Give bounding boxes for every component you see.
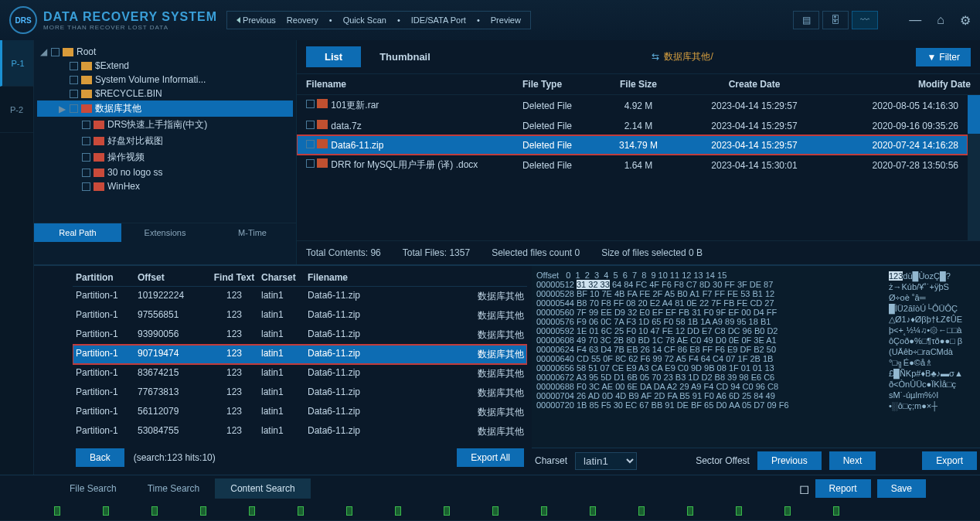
breadcrumb: 数据库其他/	[664, 51, 713, 62]
search-row[interactable]: Partition-190719474123latin1Data6-11.zip…	[73, 345, 527, 364]
toolbar-wave-icon[interactable]: 〰	[852, 11, 878, 29]
search-row[interactable]: Partition-156112079123latin1Data6-11.zip…	[73, 403, 527, 422]
inbox-icon[interactable]: ◻	[799, 482, 809, 496]
search-row[interactable]: Partition-177673813123latin1Data6-11.zip…	[73, 383, 527, 403]
search-row[interactable]: Partition-1101922224123latin1Data6-11.zi…	[73, 287, 527, 306]
scol-offset[interactable]: Offset	[138, 272, 207, 283]
col-filesize[interactable]: File Size	[600, 79, 677, 90]
breadcrumb-icon: ⇆	[652, 51, 659, 62]
view-list-tab[interactable]: List	[306, 46, 361, 67]
view-thumb-tab[interactable]: Thumbnail	[361, 46, 449, 67]
hex-ascii-row: ð<ÒnÛÜc●ÏKÌå□ç	[889, 379, 974, 390]
tree-item[interactable]: $RECYCLE.BIN	[37, 87, 293, 100]
indicator-bar	[0, 502, 980, 520]
stat-total-contents: Total Contents: 96	[306, 247, 381, 258]
tree-item[interactable]: DRS快速上手指南(中文)	[37, 117, 293, 133]
hex-ascii-row: █ÌÜ2āîòÚ└ÔŪÔÇ	[889, 303, 974, 314]
hex-ascii-row: sM˙-úµlm%◊I	[889, 390, 974, 400]
stat-total-files: Total Files: 1357	[403, 247, 470, 258]
tree-item[interactable]: WinHex	[37, 179, 293, 193]
app-logo: DRS DATA RECOVERY SYSTEM MORE THAN RECOV…	[9, 6, 217, 34]
search-row[interactable]: Partition-193990056123latin1Data6-11.zip…	[73, 325, 527, 345]
file-row[interactable]: DRR for MySQL用户手册 (译) .docxDeleted File1…	[297, 155, 968, 172]
hex-ascii-row: 123dü█ÙozÇ█?	[889, 271, 974, 281]
search-row[interactable]: Partition-197556851123latin1Data6-11.zip…	[73, 306, 527, 325]
hex-ascii-row: △Ø1♪♦Øβþ†ŁZ¢ÛE	[889, 314, 974, 325]
scol-charset[interactable]: Charset	[261, 272, 308, 283]
file-row[interactable]: Data6-11.zipDeleted File314.79 M2023-04-…	[297, 135, 968, 155]
hex-export-button[interactable]: Export	[922, 451, 977, 470]
back-button[interactable]: Back	[76, 448, 124, 467]
hex-ascii-row: þ<+˛½¼♫•۞←□□à	[889, 325, 974, 335]
hex-ascii-row: Ø÷oè ˚â═	[889, 292, 974, 303]
nav-previous[interactable]: Previous	[232, 14, 281, 26]
hex-next-button[interactable]: Next	[829, 451, 876, 470]
app-title: DATA RECOVERY SYSTEM	[43, 10, 217, 24]
nav-bar: Previous Reovery• Quick Scan• IDE/SATA P…	[226, 11, 531, 29]
col-filename[interactable]: Filename	[306, 79, 522, 90]
hex-ascii-row: ôÇoð●%□¶τð●●□ β	[889, 335, 974, 346]
hex-ascii-row: ż→Kúb/¥˚˙+ÿþS	[889, 281, 974, 292]
nav-recovery[interactable]: Reovery	[282, 14, 323, 26]
tree-item[interactable]: 操作视频	[37, 149, 293, 165]
home-button[interactable]: ⌂	[937, 13, 944, 28]
file-row[interactable]: 101更新.rarDeleted File4.92 M2023-04-14 15…	[297, 95, 968, 116]
footer-tab-content-search[interactable]: Content Search	[215, 478, 310, 499]
tree-item[interactable]: 30 no logo ss	[37, 165, 293, 179]
toolbar-card-icon[interactable]: ▤	[793, 11, 819, 29]
charset-label: Charset	[535, 455, 567, 466]
tree-item[interactable]: System Volume Informati...	[37, 73, 293, 87]
scol-filename[interactable]: Filename	[308, 272, 416, 283]
tree-item[interactable]: ▶数据库其他	[37, 100, 293, 117]
nav-preview[interactable]: Preview	[486, 14, 526, 26]
side-tab-p1[interactable]: P-1	[0, 40, 33, 87]
logo-badge-icon: DRS	[9, 6, 37, 34]
hex-viewer: Offset 0 1 2 3 4 5 6 7 8 9 10 11 12 13 1…	[532, 266, 980, 448]
app-subtitle: MORE THAN RECOVER LOST DATA	[43, 24, 217, 31]
tree-tab-real-path[interactable]: Real Path	[34, 223, 121, 242]
tree-item[interactable]: $Extend	[37, 59, 293, 73]
toolbar-briefcase-icon[interactable]: 🗄	[822, 11, 849, 29]
tree-tab-mtime[interactable]: M-Time	[209, 223, 296, 242]
save-button[interactable]: Save	[877, 479, 926, 498]
scol-find-text[interactable]: Find Text	[207, 272, 261, 283]
side-tab-p2[interactable]: P-2	[0, 87, 33, 133]
stat-selected-size: Size of files selected 0 B	[601, 247, 703, 258]
col-filetype[interactable]: File Type	[522, 79, 600, 90]
tree-tab-extensions[interactable]: Extensions	[121, 223, 209, 242]
minimize-button[interactable]: —	[909, 13, 921, 28]
col-create-date[interactable]: Create Date	[677, 79, 832, 90]
scol-partition[interactable]: Partition	[76, 272, 138, 283]
chevron-left-icon	[236, 17, 240, 23]
file-tree: ◢Root $ExtendSystem Volume Informati...$…	[34, 40, 296, 223]
search-info: (search:123 hits:10)	[134, 452, 216, 463]
filter-icon: ▼	[927, 52, 936, 63]
search-row[interactable]: Partition-183674215123latin1Data6-11.zip…	[73, 364, 527, 383]
filter-button[interactable]: ▼Filter	[916, 48, 971, 66]
settings-button[interactable]: ⚙	[960, 13, 971, 28]
col-modify-date[interactable]: Modify Date	[832, 79, 971, 90]
hex-ascii-row: £█ÑKp#♦B♣♪▬σ▲	[889, 368, 974, 379]
sector-offset-label: Sector Offest	[696, 455, 750, 466]
nav-ide-sata[interactable]: IDE/SATA Port	[407, 14, 471, 26]
hex-ascii-row: °□╗É●©å♗	[889, 357, 974, 368]
stat-selected-count: Selected files count 0	[492, 247, 580, 258]
file-scrollbar[interactable]	[968, 95, 980, 240]
hex-prev-button[interactable]: Previous	[757, 451, 822, 470]
charset-select[interactable]: latin1	[575, 452, 637, 470]
report-button[interactable]: Report	[815, 479, 871, 498]
file-row[interactable]: data.7zDeleted File2.14 M2023-04-14 15:2…	[297, 116, 968, 135]
search-row[interactable]: Partition-153084755123latin1Data6-11.zip…	[73, 422, 527, 441]
nav-quick-scan[interactable]: Quick Scan	[339, 14, 391, 26]
hex-ascii-row: •░ô□ç;m●×┼	[889, 400, 974, 411]
tree-item[interactable]: 好盘对比截图	[37, 133, 293, 149]
footer-tab-time-search[interactable]: Time Search	[132, 478, 216, 499]
footer-tab-file-search[interactable]: File Search	[54, 478, 132, 499]
export-all-button[interactable]: Export All	[457, 448, 524, 467]
tree-root[interactable]: ◢Root	[37, 45, 293, 59]
hex-ascii-row: (UÄêb÷□raCMdà	[889, 346, 974, 357]
